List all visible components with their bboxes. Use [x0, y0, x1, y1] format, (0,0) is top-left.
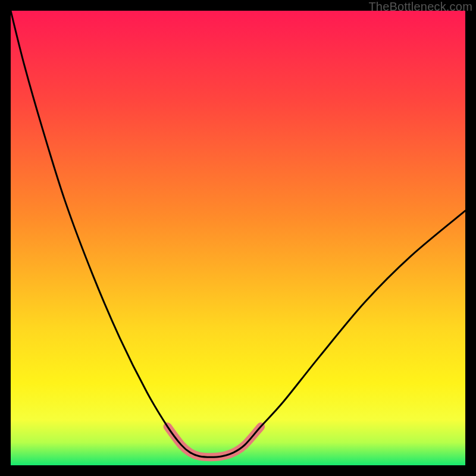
watermark-text: TheBottleneck.com	[368, 0, 472, 14]
bottleneck-curve	[11, 11, 465, 457]
chart-svg	[11, 11, 465, 465]
plot-area	[11, 11, 465, 465]
chart-frame: TheBottleneck.com	[0, 0, 476, 476]
